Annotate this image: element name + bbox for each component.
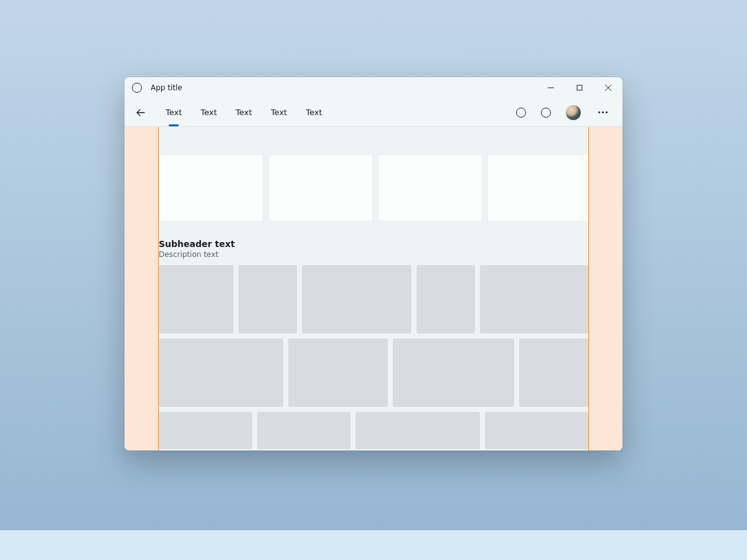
grid-tile[interactable] — [393, 338, 514, 407]
minimize-button[interactable] — [537, 77, 565, 98]
back-arrow-icon — [136, 108, 146, 118]
grid-tile[interactable] — [480, 265, 588, 334]
masonry-row — [159, 412, 588, 449]
grid-tile[interactable] — [355, 412, 480, 449]
minimize-icon — [548, 85, 554, 91]
section-header: Subheader text Description text — [159, 239, 588, 259]
grid-tile[interactable] — [159, 412, 252, 449]
dot-icon — [606, 111, 608, 113]
svg-rect-1 — [577, 85, 582, 90]
grid-tile[interactable] — [257, 412, 350, 449]
maximize-button[interactable] — [565, 77, 594, 98]
tab-5[interactable]: Text — [302, 98, 326, 126]
grid-tile[interactable] — [485, 412, 588, 449]
more-button[interactable] — [596, 109, 610, 116]
masonry-row — [159, 265, 588, 334]
tab-label: Text — [166, 108, 182, 117]
content-card[interactable] — [268, 154, 373, 222]
navbar: Text Text Text Text Text — [125, 98, 622, 127]
dot-icon — [602, 111, 604, 113]
grid-tile[interactable] — [519, 338, 588, 407]
description-text: Description text — [159, 250, 588, 259]
taskbar — [0, 530, 747, 560]
app-title: App title — [151, 83, 182, 92]
tab-4[interactable]: Text — [267, 98, 291, 126]
content-card[interactable] — [487, 154, 588, 222]
grid-tile[interactable] — [302, 265, 411, 334]
titlebar: App title — [125, 77, 622, 98]
masonry-row — [159, 338, 588, 407]
maximize-icon — [576, 85, 583, 91]
nav-action-icon-1[interactable] — [516, 108, 526, 118]
scroll-area[interactable]: Subheader text Description text — [159, 127, 588, 450]
subheader-text: Subheader text — [159, 239, 588, 249]
dot-icon — [598, 111, 600, 113]
masonry-grid — [159, 265, 588, 449]
tab-label: Text — [306, 108, 322, 117]
tab-3[interactable]: Text — [232, 98, 256, 126]
avatar[interactable] — [566, 105, 581, 120]
grid-tile[interactable] — [238, 265, 297, 334]
grid-tile[interactable] — [159, 265, 233, 334]
nav-right — [516, 105, 615, 120]
tab-label: Text — [200, 108, 217, 117]
tab-strip: Text Text Text Text Text — [162, 98, 326, 126]
app-icon — [132, 83, 142, 93]
tab-label: Text — [236, 108, 252, 117]
margin-guide-right — [588, 127, 622, 450]
close-button[interactable] — [594, 77, 622, 98]
grid-tile[interactable] — [288, 338, 388, 407]
card-row — [159, 154, 588, 222]
tab-label: Text — [271, 108, 287, 117]
content-area: Subheader text Description text — [125, 127, 622, 450]
content-card[interactable] — [378, 154, 482, 222]
tab-1[interactable]: Text — [162, 98, 186, 126]
grid-tile[interactable] — [159, 338, 283, 407]
nav-action-icon-2[interactable] — [541, 108, 551, 118]
tab-2[interactable]: Text — [197, 98, 220, 126]
app-window: App title Text Text Text Text Text — [125, 77, 622, 450]
content-card[interactable] — [159, 154, 263, 222]
grid-tile[interactable] — [416, 265, 475, 334]
close-icon — [605, 85, 611, 91]
back-button[interactable] — [132, 104, 149, 121]
margin-guide-left — [125, 127, 159, 450]
window-controls — [537, 77, 622, 98]
